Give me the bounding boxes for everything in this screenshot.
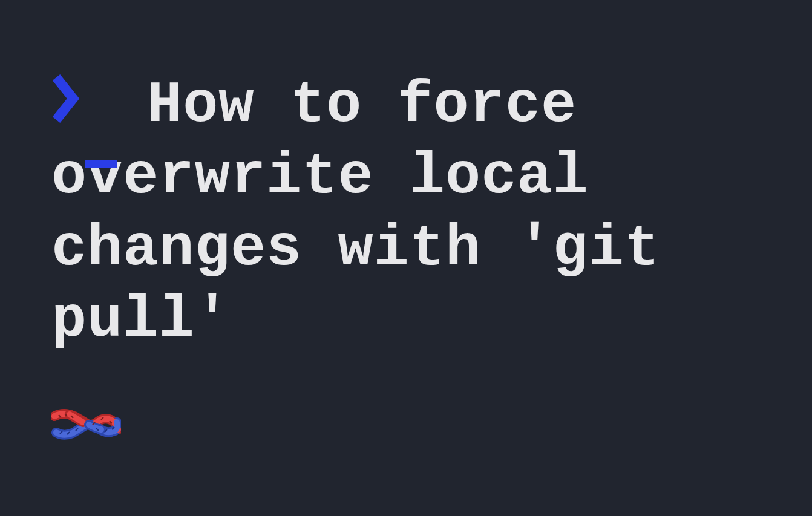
page-title: How to force overwrite local changes wit…	[51, 67, 761, 356]
underscore-icon	[85, 160, 117, 168]
knot-icon	[51, 399, 121, 449]
chevron-right-icon	[51, 71, 80, 146]
main-container: How to force overwrite local changes wit…	[0, 0, 812, 449]
title-text: How to force overwrite local changes wit…	[51, 72, 660, 353]
terminal-prompt-icon	[51, 71, 117, 146]
title-row: How to force overwrite local changes wit…	[51, 67, 761, 356]
